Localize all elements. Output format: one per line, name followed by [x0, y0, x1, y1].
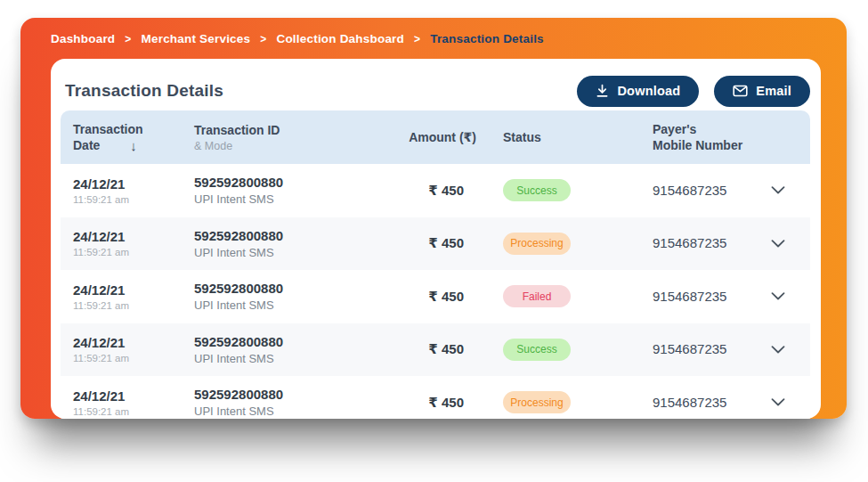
payer-mobile-number: 9154687235 — [653, 395, 726, 410]
table-row: 24/12/21 11:59:21 am 592592800880 UPI In… — [61, 323, 810, 377]
table-body: 24/12/21 11:59:21 am 592592800880 UPI In… — [61, 164, 810, 419]
transaction-details-card: Transaction Details Download — [51, 59, 821, 419]
transaction-id: 592592800880 — [194, 387, 372, 402]
header-mode-subtext: & Mode — [194, 140, 372, 152]
payer-mobile-number: 9154687235 — [653, 341, 726, 356]
status-badge: Failed — [503, 285, 571, 307]
transaction-amount: ₹ 450 — [428, 235, 476, 250]
transaction-id: 592592800880 — [194, 175, 372, 190]
transactions-table: Transaction Date ↓ Transaction ID & Mode… — [61, 110, 810, 419]
chevron-down-icon — [771, 396, 785, 409]
breadcrumb-item-merchant-services[interactable]: Merchant Services — [142, 32, 251, 45]
chevron-down-icon — [771, 184, 785, 197]
breadcrumb-separator-icon: > — [125, 33, 131, 45]
email-icon — [733, 85, 748, 97]
transaction-mode: UPI Intent SMS — [194, 192, 372, 206]
breadcrumb-item-collection-dashboard[interactable]: Collection Dahsboard — [276, 32, 404, 45]
email-button-label: Email — [756, 84, 791, 98]
transaction-amount: ₹ 450 — [428, 289, 476, 304]
header-payer-mobile: Payer's Mobile Number — [653, 122, 757, 152]
status-badge: Processing — [503, 391, 571, 413]
expand-row-button[interactable] — [767, 236, 789, 251]
transaction-mode: UPI Intent SMS — [194, 246, 372, 259]
expand-row-button[interactable] — [767, 183, 789, 198]
transaction-time: 11:59:21 am — [73, 300, 194, 311]
card-actions: Download Email — [577, 76, 810, 107]
card-header: Transaction Details Download — [51, 59, 821, 109]
breadcrumb-separator-icon: > — [414, 33, 420, 45]
header-transaction-id: Transaction ID & Mode — [194, 123, 372, 152]
transaction-time: 11:59:21 am — [73, 406, 194, 417]
chevron-down-icon — [771, 237, 785, 250]
transaction-time: 11:59:21 am — [73, 194, 194, 205]
expand-row-button[interactable] — [767, 289, 789, 304]
expand-row-button[interactable] — [767, 342, 789, 357]
breadcrumb: Dashboard > Merchant Services > Collecti… — [51, 32, 544, 45]
sort-descending-icon[interactable]: ↓ — [130, 138, 137, 153]
transaction-date: 24/12/21 — [73, 229, 194, 244]
email-button[interactable]: Email — [714, 76, 810, 107]
payer-mobile-number: 9154687235 — [653, 183, 726, 198]
download-button-label: Download — [617, 84, 680, 98]
transaction-date: 24/12/21 — [73, 176, 194, 192]
status-badge: Success — [503, 339, 571, 361]
payer-mobile-number: 9154687235 — [653, 235, 726, 250]
header-status: Status — [476, 130, 653, 144]
breadcrumb-item-dashboard[interactable]: Dashboard — [51, 32, 115, 45]
download-button[interactable]: Download — [577, 76, 699, 107]
table-row: 24/12/21 11:59:21 am 592592800880 UPI In… — [61, 376, 810, 419]
chevron-down-icon — [771, 290, 785, 303]
breadcrumb-item-transaction-details: Transaction Details — [430, 32, 544, 45]
download-icon — [596, 84, 609, 98]
transaction-date: 24/12/21 — [73, 335, 194, 350]
header-transaction-date: Transaction Date ↓ — [61, 122, 194, 153]
status-badge: Success — [503, 179, 571, 201]
transaction-id: 592592800880 — [194, 334, 372, 349]
expand-row-button[interactable] — [767, 395, 789, 410]
transaction-mode: UPI Intent SMS — [194, 404, 372, 418]
transaction-mode: UPI Intent SMS — [194, 298, 372, 312]
main-panel: Dashboard > Merchant Services > Collecti… — [20, 18, 847, 419]
transaction-date: 24/12/21 — [73, 388, 194, 404]
status-badge: Processing — [503, 233, 571, 255]
transaction-amount: ₹ 450 — [428, 395, 476, 410]
transaction-id: 592592800880 — [194, 228, 372, 243]
transaction-amount: ₹ 450 — [428, 341, 476, 356]
transaction-time: 11:59:21 am — [73, 353, 194, 364]
header-amount: Amount (₹) — [372, 130, 476, 144]
table-header-row: Transaction Date ↓ Transaction ID & Mode… — [61, 110, 810, 164]
payer-mobile-number: 9154687235 — [653, 289, 726, 304]
transaction-amount: ₹ 450 — [428, 183, 476, 198]
breadcrumb-separator-icon: > — [260, 33, 266, 45]
transaction-mode: UPI Intent SMS — [194, 352, 372, 365]
table-row: 24/12/21 11:59:21 am 592592800880 UPI In… — [61, 164, 810, 217]
page-title: Transaction Details — [65, 81, 223, 101]
transaction-date: 24/12/21 — [73, 282, 194, 298]
transaction-time: 11:59:21 am — [73, 247, 194, 257]
table-row: 24/12/21 11:59:21 am 592592800880 UPI In… — [61, 217, 810, 271]
transaction-id: 592592800880 — [194, 281, 372, 296]
chevron-down-icon — [771, 343, 785, 356]
table-row: 24/12/21 11:59:21 am 592592800880 UPI In… — [61, 270, 810, 323]
